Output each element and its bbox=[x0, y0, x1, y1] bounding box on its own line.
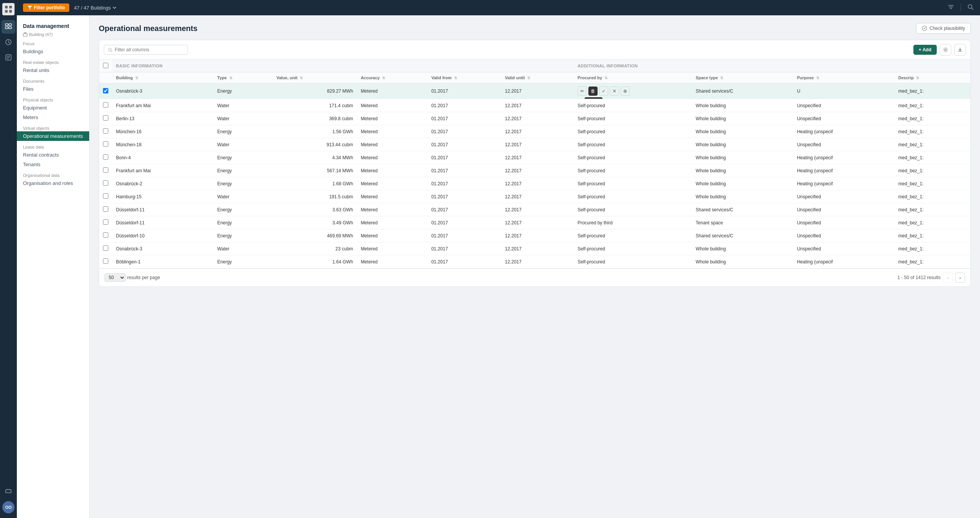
expand-icon[interactable] bbox=[2, 484, 15, 498]
row-procured: Self-procured bbox=[574, 203, 692, 216]
th-value-unit[interactable]: Value, unit ⇅ bbox=[273, 72, 357, 83]
th-procured-by[interactable]: Procured by ⇅ bbox=[574, 72, 692, 83]
expand-row-button[interactable]: ⊕ bbox=[621, 87, 630, 96]
row-value: 4.34 MWh bbox=[273, 151, 357, 164]
sidebar-item-rental-units[interactable]: Rental units bbox=[17, 65, 89, 75]
per-page-dropdown[interactable]: 50 25 100 bbox=[105, 273, 126, 282]
th-type[interactable]: Type ⇅ bbox=[214, 72, 273, 83]
row-checkbox-cell[interactable] bbox=[99, 112, 112, 125]
th-valid-until[interactable]: Valid until ⇅ bbox=[501, 72, 574, 83]
row-checkbox-cell[interactable] bbox=[99, 125, 112, 138]
add-button[interactable]: + Add bbox=[913, 45, 937, 55]
th-descrip[interactable]: Descrip ⇅ bbox=[895, 72, 971, 83]
edit-row-button[interactable]: ✏ bbox=[578, 87, 587, 96]
filter-icon[interactable] bbox=[947, 3, 954, 12]
row-type: Water bbox=[214, 190, 273, 203]
row-from: 01.2017 bbox=[428, 83, 501, 99]
th-building[interactable]: Building ⇅ bbox=[112, 72, 214, 83]
row-value: 1.64 GWh bbox=[273, 255, 357, 268]
row-building: Osnabrück-3 bbox=[112, 242, 214, 255]
th-valid-from[interactable]: Valid from ⇅ bbox=[428, 72, 501, 83]
row-space-type: Whole building bbox=[692, 138, 793, 151]
row-descr: med_bez_1: bbox=[895, 138, 971, 151]
sidebar-item-meters[interactable]: Meters bbox=[17, 113, 89, 122]
buildings-selector[interactable]: 47 / 47 Buildings bbox=[74, 5, 117, 11]
check-plausibility-button[interactable]: Check plausibility bbox=[916, 23, 971, 34]
row-until: 12.2017 bbox=[501, 242, 574, 255]
sidebar-item-rental-contracts[interactable]: Rental contracts bbox=[17, 150, 89, 160]
sidebar-item-nav3[interactable] bbox=[2, 51, 15, 64]
row-value: 829.27 MWh bbox=[273, 83, 357, 99]
search-icon[interactable] bbox=[967, 3, 974, 12]
row-purpose: Unspecified bbox=[793, 99, 895, 112]
row-until: 12.2017 bbox=[501, 203, 574, 216]
per-page-select[interactable]: 50 25 100 results per page bbox=[105, 273, 160, 282]
row-building: München-16 bbox=[112, 125, 214, 138]
row-checkbox-cell[interactable] bbox=[99, 229, 112, 242]
row-building: Osnabrück-2 bbox=[112, 177, 214, 190]
prev-page-button[interactable]: ‹ bbox=[943, 273, 953, 283]
row-type: Water bbox=[214, 242, 273, 255]
th-accuracy[interactable]: Accuracy ⇅ bbox=[357, 72, 427, 83]
confirm-row-button[interactable]: ✓ bbox=[599, 87, 608, 96]
row-checkbox-cell[interactable] bbox=[99, 138, 112, 151]
row-checkbox-cell[interactable] bbox=[99, 190, 112, 203]
th-space-type[interactable]: Space type ⇅ bbox=[692, 72, 793, 83]
close-row-button[interactable]: ✕ bbox=[610, 87, 619, 96]
row-checkbox-cell[interactable] bbox=[99, 99, 112, 112]
filter-portfolio-button[interactable]: Filter portfolio bbox=[23, 3, 69, 12]
row-checkbox-cell[interactable] bbox=[99, 164, 112, 177]
row-checkbox-cell[interactable] bbox=[99, 151, 112, 164]
svg-rect-3 bbox=[9, 10, 12, 13]
row-checkbox-cell[interactable] bbox=[99, 203, 112, 216]
row-procured: Self-procured bbox=[574, 125, 692, 138]
row-space-type: Whole building bbox=[692, 255, 793, 268]
row-accuracy: Metered bbox=[357, 190, 427, 203]
row-purpose: Unspecified bbox=[793, 242, 895, 255]
delete-row-button[interactable]: 🗑 bbox=[588, 87, 598, 96]
row-purpose: Unspecified bbox=[793, 112, 895, 125]
user-avatar[interactable]: OO bbox=[2, 501, 15, 513]
icon-bar-bottom: OO bbox=[2, 484, 15, 513]
sidebar-item-operational-measurements[interactable]: Operational measurements bbox=[17, 131, 89, 141]
app-logo[interactable] bbox=[2, 3, 15, 15]
search-box[interactable] bbox=[104, 45, 188, 55]
th-purpose[interactable]: Purpose ⇅ bbox=[793, 72, 895, 83]
sidebar-item-files[interactable]: Files bbox=[17, 84, 89, 94]
row-descr: med_bez_1: bbox=[895, 83, 971, 99]
row-building: Frankfurt am Mai bbox=[112, 99, 214, 112]
row-procured: Self-procured bbox=[574, 177, 692, 190]
row-checkbox-cell[interactable] bbox=[99, 255, 112, 268]
download-icon-button[interactable] bbox=[954, 44, 966, 56]
row-checkbox-cell[interactable] bbox=[99, 177, 112, 190]
row-until: 12.2017 bbox=[501, 83, 574, 99]
svg-rect-4 bbox=[5, 24, 8, 26]
row-descr: med_bez_1: bbox=[895, 164, 971, 177]
header-select-all[interactable] bbox=[99, 60, 112, 72]
row-value: 171.4 cubm bbox=[273, 99, 357, 112]
row-type: Energy bbox=[214, 164, 273, 177]
sidebar-item-tenants[interactable]: Tenants bbox=[17, 160, 89, 169]
page-title: Operational measurements bbox=[99, 24, 198, 33]
row-building: Osnabrück-3 bbox=[112, 83, 214, 99]
row-accuracy: Metered bbox=[357, 99, 427, 112]
row-checkbox-cell[interactable] bbox=[99, 83, 112, 99]
row-space-type: Tenant space bbox=[692, 216, 793, 229]
sidebar-item-nav2[interactable] bbox=[2, 35, 15, 49]
row-building: Bonn-4 bbox=[112, 151, 214, 164]
svg-rect-1 bbox=[9, 6, 12, 8]
sidebar-item-data-management[interactable] bbox=[2, 20, 15, 34]
svg-line-24 bbox=[111, 51, 112, 52]
row-checkbox-cell[interactable] bbox=[99, 216, 112, 229]
sidebar-item-buildings[interactable]: Buildings bbox=[17, 47, 89, 56]
settings-icon-button[interactable] bbox=[940, 44, 951, 56]
sidebar-item-equipment[interactable]: Equipment bbox=[17, 103, 89, 113]
row-checkbox-cell[interactable] bbox=[99, 242, 112, 255]
row-descr: med_bez_1: bbox=[895, 242, 971, 255]
sidebar-subtitle: Building (47) bbox=[17, 31, 89, 38]
row-accuracy: Metered bbox=[357, 125, 427, 138]
search-input[interactable] bbox=[115, 47, 184, 52]
sidebar-item-organisation-roles[interactable]: Organisation and roles bbox=[17, 178, 89, 188]
next-page-button[interactable]: › bbox=[955, 273, 965, 283]
table-container: + Add Basic information bbox=[99, 40, 971, 287]
